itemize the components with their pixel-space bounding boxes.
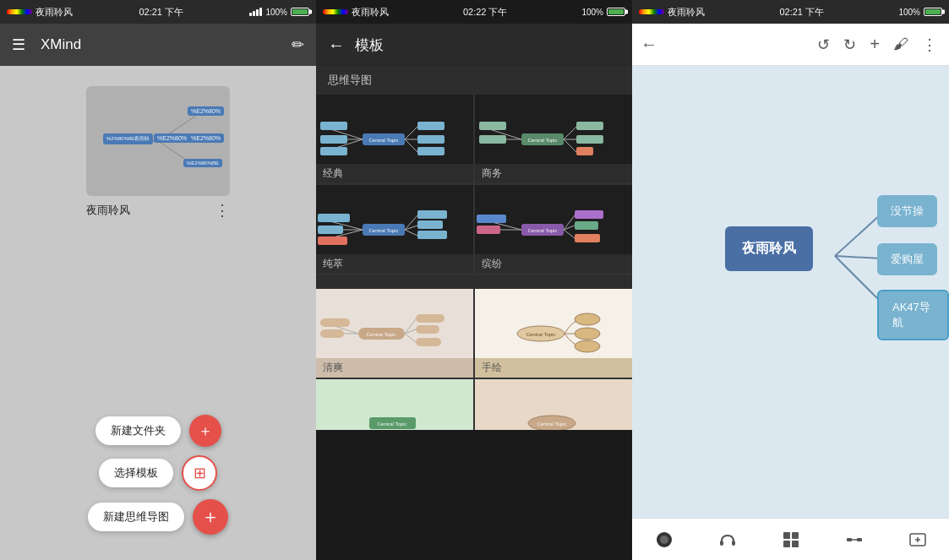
preview-pure: Central Topic <box>316 200 473 259</box>
style-icon[interactable]: 🖌 <box>893 35 908 53</box>
handdrawn-label: 手绘 <box>475 358 632 378</box>
circle-tool-icon[interactable] <box>652 527 677 552</box>
mm-node-top: %E2%80% <box>188 106 224 116</box>
more-options-icon[interactable]: ⋮ <box>922 35 937 54</box>
fresh-label: 清爽 <box>316 358 473 378</box>
new-folder-button[interactable]: ＋ <box>189 415 221 447</box>
preview-colorful: Central Topic <box>475 200 632 259</box>
svg-line-78 <box>835 256 881 258</box>
layout-icon[interactable] <box>778 527 804 552</box>
svg-rect-49 <box>575 221 598 230</box>
template-business[interactable]: Central Topic 商务 <box>475 95 632 183</box>
plus-icon: ＋ <box>201 504 220 530</box>
svg-line-10 <box>405 139 417 152</box>
svg-point-81 <box>660 536 668 544</box>
preview-fresh: Central Topic <box>316 304 473 363</box>
svg-rect-85 <box>792 532 799 539</box>
svg-text:Central Topic: Central Topic <box>369 138 399 143</box>
more-icon[interactable]: ⋮ <box>215 201 230 220</box>
mm-node-right: %E2%80% <box>188 133 224 143</box>
svg-rect-63 <box>416 338 441 346</box>
svg-rect-7 <box>417 122 445 130</box>
battery-percent-2: 100% <box>581 8 603 17</box>
status-time-1: 02:21 下午 <box>139 6 183 19</box>
svg-rect-37 <box>417 231 447 239</box>
add-panel-icon[interactable] <box>905 527 930 552</box>
template-colorful[interactable]: Central Topic 缤纷 <box>475 185 632 274</box>
toolbar-3: ← ↺ ↻ + 🖌 ⋮ <box>632 24 949 66</box>
svg-rect-86 <box>783 541 790 547</box>
svg-line-62 <box>405 334 416 342</box>
template-fresh[interactable]: Central Topic 清爽 <box>316 289 473 378</box>
template-extra-1[interactable]: Central Topic <box>316 379 473 430</box>
svg-rect-35 <box>417 220 443 229</box>
node-mid[interactable]: 爱购屋 <box>877 243 937 275</box>
template-handdrawn[interactable]: Central Topic 手绘 <box>475 289 632 378</box>
svg-rect-82 <box>720 541 723 546</box>
template-pure[interactable]: Central Topic 纯萃 <box>316 185 473 274</box>
fab-row-3: 新建思维导图 ＋ <box>88 499 228 535</box>
status-left-1: 夜雨聆风 <box>7 6 73 19</box>
mm-node-bottom: %E2%80%BE <box>183 159 222 167</box>
fab-row-1: 新建文件夹 ＋ <box>95 415 221 447</box>
template-grid-3: Central Topic 清爽 <box>316 289 632 379</box>
panel2-title: 模板 <box>355 35 384 55</box>
template-extra-2[interactable]: Central Topic <box>475 379 632 430</box>
edit-icon[interactable]: ✏ <box>292 35 304 54</box>
bottom-toolbar-3 <box>632 518 949 560</box>
node-bottom-selected[interactable]: AK47导航 <box>877 290 949 340</box>
undo-icon[interactable]: ↺ <box>817 35 830 54</box>
svg-line-36 <box>405 230 417 236</box>
svg-rect-39 <box>318 214 350 222</box>
svg-line-50 <box>564 230 575 238</box>
classic-label: 经典 <box>316 164 473 183</box>
add-icon[interactable]: + <box>870 35 880 54</box>
svg-rect-47 <box>575 210 603 219</box>
template-classic[interactable]: Central Topic 经典 <box>316 95 473 183</box>
svg-line-79 <box>835 256 881 302</box>
status-right-3: 100% <box>898 8 942 17</box>
headphone-icon[interactable] <box>715 527 740 552</box>
toolbar-2: ← 模板 <box>316 24 632 66</box>
template-icon: ⊞ <box>194 464 206 482</box>
svg-text:Central Topic: Central Topic <box>369 228 399 233</box>
status-right-1: 100% <box>249 8 309 17</box>
canvas-area[interactable]: 夜雨聆风 没节操 爱购屋 AK47导航 <box>632 66 949 518</box>
svg-line-20 <box>564 127 576 139</box>
svg-rect-9 <box>417 135 445 144</box>
signal-icon <box>249 8 262 16</box>
svg-rect-53 <box>477 215 506 223</box>
svg-point-70 <box>575 313 600 325</box>
panel-3: 夜雨聆风 02:21 下午 100% ← ↺ ↻ + 🖌 ⋮ <box>632 0 949 560</box>
svg-text:Central Topic: Central Topic <box>367 332 396 337</box>
flow-icon[interactable] <box>842 527 867 552</box>
svg-rect-43 <box>318 237 347 245</box>
back-icon-3[interactable]: ← <box>641 35 657 54</box>
mindmap-card[interactable]: %2%80%8E夜雨聆 %E2%80% %E2%80% %E2%80% %E2%… <box>86 86 230 196</box>
app-title: XMind <box>41 36 281 53</box>
svg-rect-41 <box>318 226 343 234</box>
rainbow-icon <box>7 9 32 14</box>
panel-2: 夜雨聆风 02:22 下午 100% ← 模板 思维导图 Central To <box>316 0 632 560</box>
colorful-label: 缤纷 <box>475 254 632 274</box>
mindmap-thumbnail: %2%80%8E夜雨聆 %E2%80% %E2%80% %E2%80% %E2%… <box>86 86 230 196</box>
node-top[interactable]: 没节操 <box>877 195 937 227</box>
status-name-3: 夜雨聆风 <box>668 6 705 19</box>
svg-point-71 <box>575 328 600 340</box>
status-bar-3: 夜雨聆风 02:21 下午 100% <box>632 0 949 24</box>
svg-rect-25 <box>576 147 593 155</box>
central-node[interactable]: 夜雨聆风 <box>725 226 813 271</box>
status-time-2: 02:22 下午 <box>463 6 508 19</box>
hamburger-icon[interactable]: ☰ <box>12 35 25 54</box>
svg-rect-51 <box>575 234 600 242</box>
svg-text:Central Topic: Central Topic <box>528 138 558 143</box>
pure-label: 纯萃 <box>316 254 473 274</box>
select-template-button[interactable]: ⊞ <box>182 455 217 491</box>
section-more <box>316 275 632 289</box>
back-icon[interactable]: ← <box>328 35 345 55</box>
folder-plus-icon: ＋ <box>198 421 213 441</box>
svg-rect-88 <box>847 538 852 541</box>
redo-icon[interactable]: ↻ <box>843 35 856 54</box>
svg-rect-33 <box>417 210 447 219</box>
new-mindmap-button[interactable]: ＋ <box>193 499 228 535</box>
